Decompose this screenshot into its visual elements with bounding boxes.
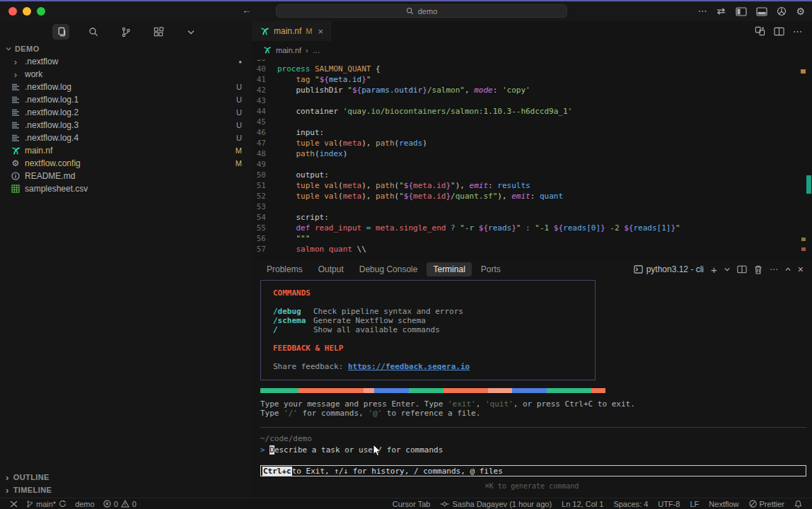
eol-indicator[interactable]: LF [690,500,700,508]
cursor-tab-toggle[interactable]: Cursor Tab [393,500,431,508]
minimize-window-button[interactable] [23,7,31,16]
more-actions-icon[interactable]: ⋯ [793,26,802,37]
log-file-icon [10,83,21,91]
indentation-indicator[interactable]: Spaces: 4 [613,500,648,508]
file-item--nextflow-log-1[interactable]: .nextflow.log.1U [0,93,252,106]
tab-modified-badge: M [306,27,312,35]
formatter-indicator[interactable]: Prettier [749,500,784,508]
views-chevron-down-icon[interactable] [182,24,199,40]
log-file-icon [10,108,21,117]
language-mode-indicator[interactable]: Nextflow [709,500,738,508]
outline-section-header[interactable]: › OUTLINE [0,471,252,484]
panel-tab-problems[interactable]: Problems [260,262,309,276]
cursor-position-indicator[interactable]: Ln 12, Col 1 [562,500,603,508]
file-item--nextflow-log-2[interactable]: .nextflow.log.2U [0,106,252,119]
generate-command-hint: ⌘K to generate command [252,481,812,491]
source-control-icon[interactable] [117,24,134,40]
terminal-prompt[interactable]: > Describe a task or use / for commands [260,445,812,455]
terminal-content[interactable]: COMMANDS /debugCheck pipeline syntax and… [252,279,812,498]
command-center-search[interactable]: demo [276,4,567,18]
panel-tab-output[interactable]: Output [312,262,350,276]
code-line-52: 52 tuple val(meta), path("${meta.id}/qua… [252,191,812,201]
feedback-line: Share feedback: https://feedback.seqera.… [273,362,588,371]
terminal-shell-label[interactable]: python3.12 - cli [634,264,704,274]
more-actions-icon[interactable]: ⋯ [697,4,707,18]
new-terminal-icon[interactable]: + [711,264,717,276]
code-line-42: 42 publishDir "${params.outdir}/salmon",… [252,85,812,95]
panel-tab-ports[interactable]: Ports [475,262,507,276]
editor-scrollbar[interactable] [806,175,811,194]
timeline-section-header[interactable]: › TIMELINE [0,484,252,496]
file-item--nextflow-log[interactable]: .nextflow.logU [0,81,252,93]
file-item--nextflow[interactable]: ›.nextflow● [0,55,252,68]
kill-terminal-trash-icon[interactable] [754,265,762,274]
breadcrumb-file: main.nf [276,46,301,54]
project-indicator[interactable]: demo [75,500,95,508]
maximize-panel-icon[interactable] [785,267,791,271]
title-bar: ← demo ⋯ ⚙ [0,1,812,21]
git-blame-icon [440,501,449,507]
encoding-indicator[interactable]: UTF-8 [658,500,680,508]
tab-main-nf[interactable]: main.nf M × [252,21,331,41]
panel-tabs-container: ProblemsOutputDebug ConsoleTerminalPorts [260,262,507,276]
line-number: 48 [252,148,277,159]
toggle-panel-icon[interactable] [756,7,767,16]
code-line-45: 45 [252,117,812,127]
extensions-icon[interactable] [150,24,167,40]
code-line-40: 40process SALMON_QUANT { [252,64,812,74]
git-blame-indicator[interactable]: Sasha Dagayev (1 hour ago) [440,500,552,508]
line-number: 51 [252,180,277,191]
chevron-down-icon[interactable] [724,267,730,271]
error-icon [103,500,111,508]
mouse-cursor [373,444,382,457]
panel-more-icon[interactable]: ⋯ [770,264,778,274]
file-item--nextflow-log-4[interactable]: .nextflow.log.4U [0,131,252,144]
nextflow-icon [10,146,21,156]
remote-indicator-icon [10,501,18,508]
settings-gear-icon[interactable]: ⚙ [796,4,805,18]
breadcrumb[interactable]: main.nf › … [252,41,812,59]
file-name: samplesheet.csv [25,184,242,194]
file-item--nextflow-log-3[interactable]: .nextflow.log.3U [0,119,252,131]
open-changes-icon[interactable] [755,26,765,36]
file-item-nextflow-config[interactable]: ⚙nextflow.configM [0,157,252,170]
log-file-icon [10,134,21,142]
customize-layout-icon[interactable] [777,6,787,16]
terminal-cursor: D [269,445,274,455]
code-line-44: 44 container 'quay.io/biocontainers/salm… [252,106,812,117]
explorer-icon[interactable] [52,24,69,40]
close-window-button[interactable] [8,7,17,16]
git-branch-icon [26,500,33,508]
panel-tab-terminal[interactable]: Terminal [427,262,471,276]
toggle-sidebar-icon[interactable] [736,7,747,16]
line-number: 49 [252,159,277,170]
split-editor-icon[interactable] [774,27,784,36]
explorer-section-header[interactable]: DEMO [0,42,252,55]
git-branch-indicator[interactable]: main* [26,500,66,508]
file-name: nextflow.config [25,158,236,168]
file-item-work[interactable]: ›work [0,68,252,81]
file-item-main-nf[interactable]: main.nfM [0,144,252,157]
code-editor[interactable]: 3940process SALMON_QUANT {41 tag "${meta… [252,59,812,260]
panel-tab-debug-console[interactable]: Debug Console [353,262,424,276]
feedback-link[interactable]: https://feedback.seqera.io [348,362,470,371]
back-button[interactable]: ← [242,4,252,16]
sync-arrows-icon[interactable] [716,7,726,16]
problems-indicator[interactable]: 0 0 [103,500,137,508]
maximize-window-button[interactable] [37,7,45,16]
editor-area: main.nf M × ⋯ main.nf › … 3940process SA… [252,21,812,498]
file-item-README-md[interactable]: README.md [0,170,252,182]
split-terminal-icon[interactable] [737,265,747,274]
window-controls [8,7,45,16]
chevron-right-icon: › [6,472,9,483]
line-number: 42 [252,85,277,95]
line-number: 44 [252,106,277,117]
remote-indicator[interactable] [10,501,18,508]
notifications-bell-icon[interactable] [794,500,802,508]
file-name: .nextflow.log.3 [25,120,236,130]
tab-close-icon[interactable]: × [318,26,324,37]
file-item-samplesheet-csv[interactable]: samplesheet.csv [0,182,252,195]
search-view-icon[interactable] [85,24,102,40]
close-panel-icon[interactable]: × [798,264,804,275]
file-name: .nextflow [25,57,238,66]
